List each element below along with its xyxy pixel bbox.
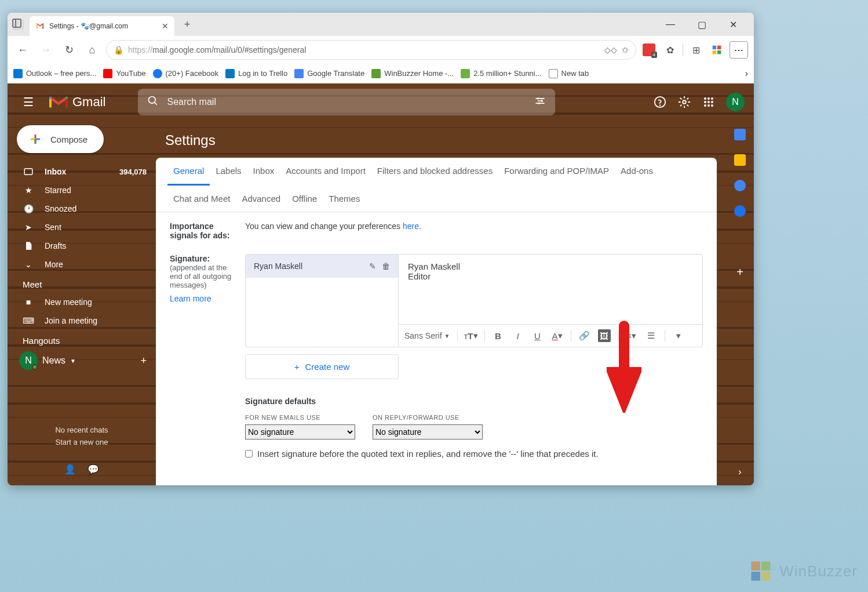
here-link[interactable]: here [403, 221, 419, 231]
sidebar-item-more[interactable]: ⌄More [8, 255, 156, 274]
tab-accounts[interactable]: Accounts and Import [280, 158, 371, 186]
help-icon[interactable] [653, 95, 667, 109]
bookmark-px[interactable]: 2.5 million+ Stunni... [461, 69, 541, 78]
bookmark-trello[interactable]: Log in to Trello [225, 69, 287, 78]
search-box[interactable] [138, 89, 555, 115]
contacts-icon[interactable] [734, 205, 746, 217]
address-bar[interactable]: 🔒 https://mail.google.com/mail/u/0/#sett… [106, 40, 636, 60]
tab-inbox[interactable]: Inbox [247, 158, 280, 186]
apps-icon[interactable] [702, 95, 716, 109]
tab-labels[interactable]: Labels [210, 158, 247, 186]
minimize-icon[interactable]: — [660, 16, 681, 33]
bookmarks-overflow-icon[interactable]: › [745, 68, 748, 79]
align-icon[interactable]: ≡▾ [625, 329, 638, 342]
on-reply-select[interactable]: No signature [373, 424, 483, 440]
back-button[interactable]: ← [13, 41, 32, 59]
more-format-icon[interactable]: ▾ [672, 329, 685, 342]
learn-more-link[interactable]: Learn more [170, 294, 234, 303]
link-icon[interactable]: 🔗 [578, 329, 591, 342]
favorite-icon[interactable]: ✩ [622, 45, 629, 55]
sidebar-item-starred[interactable]: ★Starred [8, 181, 156, 199]
importance-label: Importance signals for ads: [170, 221, 234, 240]
chat-icon[interactable]: 💬 [87, 464, 99, 475]
refresh-button[interactable]: ↻ [60, 41, 78, 59]
maximize-icon[interactable]: ▢ [691, 16, 712, 33]
italic-icon[interactable]: I [512, 329, 524, 342]
home-button[interactable]: ⌂ [83, 41, 101, 59]
tab-title: Settings - 🐾@gmail.com [49, 22, 157, 30]
delete-icon[interactable]: 🗑 [382, 262, 390, 271]
tab-forwarding[interactable]: Forwarding and POP/IMAP [498, 158, 615, 186]
insert-image-icon[interactable]: 🖼 [598, 329, 611, 342]
person-icon[interactable]: 👤 [64, 464, 76, 475]
bookmark-translate[interactable]: Google Translate [294, 69, 364, 78]
extension-icon[interactable]: 4 [641, 42, 657, 58]
signature-row: Signature: (appended at the end of all o… [170, 254, 703, 459]
avatar[interactable]: N [726, 93, 745, 111]
extensions-icon[interactable]: ✿ [662, 42, 678, 58]
sidebar-item-inbox[interactable]: Inbox 394,078 [8, 162, 156, 181]
font-selector[interactable]: Sans Serif ▼ [404, 331, 450, 340]
expand-panel-icon[interactable]: › [738, 467, 741, 477]
file-icon [23, 240, 34, 252]
create-new-button[interactable]: + Create new [245, 354, 399, 379]
bookmark-facebook[interactable]: (20+) Facebook [153, 69, 218, 78]
sidebar-bottom-icons: 👤 💬 [8, 458, 156, 481]
tab-manager-icon[interactable] [12, 19, 24, 30]
gmail-logo[interactable]: Gmail [49, 95, 105, 110]
tab-close-icon[interactable]: ✕ [162, 21, 169, 31]
collections-icon[interactable]: ⊞ [688, 42, 704, 58]
font-size-icon[interactable]: тT▾ [465, 329, 477, 342]
sidebar-item-sent[interactable]: ➤Sent [8, 218, 156, 237]
tab-advanced[interactable]: Advanced [236, 186, 286, 212]
sig-defaults-title: Signature defaults [245, 397, 703, 406]
list-icon[interactable]: ☰ [645, 329, 658, 342]
new-tab-button[interactable]: + [179, 19, 195, 31]
settings-content: Importance signals for ads: You can view… [156, 212, 717, 482]
for-new-select[interactable]: No signature [245, 424, 355, 440]
bookmark-outlook[interactable]: Outlook – free pers... [13, 69, 96, 78]
search-input[interactable] [167, 97, 526, 107]
underline-icon[interactable]: U [531, 329, 544, 342]
signature-textarea[interactable]: Ryan Maskell Editor [399, 255, 702, 324]
text-color-icon[interactable]: A▾ [551, 329, 564, 342]
gear-icon[interactable] [677, 95, 691, 109]
add-hangout-icon[interactable]: + [140, 355, 147, 367]
sidebar-item-join-meeting[interactable]: ⌨Join a meeting [8, 311, 156, 330]
sidebar-item-new-meeting[interactable]: ■New meeting [8, 293, 156, 311]
close-window-icon[interactable]: ✕ [723, 16, 743, 33]
sidebar-item-drafts[interactable]: Drafts [8, 237, 156, 255]
dropdown-icon: ▼ [70, 358, 76, 364]
keep-icon[interactable] [734, 154, 746, 166]
add-panel-icon[interactable]: + [736, 266, 743, 279]
search-options-icon[interactable] [534, 95, 546, 109]
reader-icon[interactable]: ◇◇ [604, 45, 617, 55]
hangouts-user-row[interactable]: N News ▼ + [8, 349, 156, 372]
sidebar-item-snoozed[interactable]: 🕐Snoozed [8, 199, 156, 218]
insert-checkbox[interactable] [245, 450, 253, 457]
scrollbar[interactable] [710, 401, 716, 430]
bookmark-youtube[interactable]: YouTube [103, 69, 145, 78]
bold-icon[interactable]: B [492, 329, 505, 342]
compose-button[interactable]: Compose [17, 125, 104, 153]
bookmark-winbuzzer[interactable]: WinBuzzer Home -... [371, 69, 454, 78]
hamburger-icon[interactable]: ☰ [17, 95, 40, 109]
edit-icon[interactable]: ✎ [369, 262, 376, 271]
tab-filters[interactable]: Filters and blocked addresses [371, 158, 498, 186]
tab-addons[interactable]: Add-ons [615, 158, 659, 186]
menu-button[interactable]: ⋯ [730, 41, 748, 59]
tab-themes[interactable]: Themes [323, 186, 366, 212]
signature-editor-area: Ryan Maskell ✎ 🗑 Ryan Maskell E [245, 254, 703, 347]
browser-tab[interactable]: Settings - 🐾@gmail.com ✕ [30, 16, 174, 36]
lock-icon: 🔒 [114, 45, 123, 55]
tasks-icon[interactable] [734, 180, 746, 191]
gmail-body: Compose Inbox 394,078 ★Starred 🕐Snoozed … [8, 121, 754, 485]
tab-general[interactable]: General [167, 158, 210, 186]
calendar-icon[interactable] [734, 129, 746, 140]
tab-offline[interactable]: Offline [286, 186, 323, 212]
svg-rect-27 [24, 169, 32, 175]
signature-item[interactable]: Ryan Maskell ✎ 🗑 [246, 255, 398, 278]
bookmark-newtab[interactable]: New tab [549, 69, 589, 78]
profile-icon[interactable] [709, 42, 725, 58]
tab-chat[interactable]: Chat and Meet [167, 186, 236, 212]
